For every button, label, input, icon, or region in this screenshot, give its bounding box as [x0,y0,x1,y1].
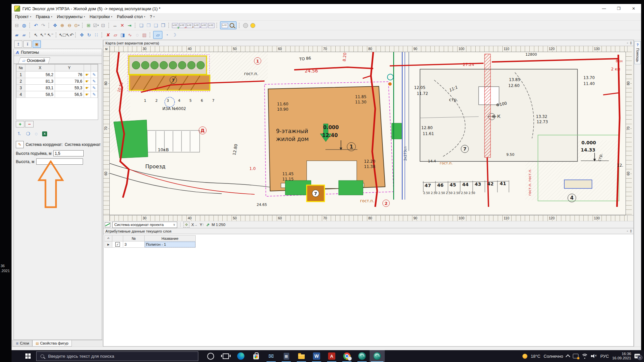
clock[interactable]: 16:36 16.09.2021 [612,352,631,360]
restore-button[interactable]: ❐ [611,4,626,13]
zoom-in-icon[interactable]: ⊕ [59,22,66,29]
edit-nodes-icon[interactable]: ∷ [93,31,100,39]
shape-xor-icon[interactable]: ❒ [159,22,167,29]
print-icon[interactable]: ⊟ [13,22,20,29]
attr-name-cell[interactable]: Полигон - 1 [145,241,196,248]
visible-checkbox[interactable]: ✓ [115,242,120,247]
profile-icon[interactable]: ⇥ [126,22,133,29]
map-dock-icon[interactable]: ▫ [627,41,628,45]
volume-muted-icon[interactable]: ✕ [591,354,597,358]
arc-tool-icon[interactable]: ☽ [170,31,178,39]
add-point-button[interactable]: + [16,121,24,127]
attr-num-cell[interactable]: 3 [123,241,145,248]
add-object-icon[interactable]: ⊞ [85,22,92,29]
label-style-icon[interactable]: ЬXЕ [193,22,200,29]
pick-object-icon[interactable]: ⊡ [99,22,107,29]
attribute-row[interactable]: ▶✓3Полигон - 1 [105,241,196,248]
offset-icon[interactable]: ◨ [119,31,126,39]
weather-sun-icon[interactable] [522,354,527,359]
ecolog-icon[interactable] [354,350,370,362]
tray-app-icon[interactable] [573,354,578,358]
language-indicator[interactable]: РУС [600,354,609,359]
point-y-value[interactable]: 56,5 [55,91,84,98]
edit-point-icon[interactable]: ✎ [91,71,98,78]
chrome-icon[interactable] [339,350,354,362]
export-excel-icon[interactable]: X [42,131,47,136]
edit-coordinate-system-button[interactable]: ✎ [16,141,24,148]
point-y-value[interactable]: 78,6 [55,78,84,85]
rotate-arc-icon[interactable]: ◔ [163,31,170,39]
label-add-icon[interactable]: ЬXЕ [171,22,179,29]
find-object-icon[interactable] [228,22,236,29]
dock-up-button[interactable]: ↥ [14,41,22,48]
edit-point-icon[interactable]: ✎ [91,78,98,85]
confirm-object-icon[interactable]: ☑▾ [92,22,99,29]
attributes-pin-icon[interactable]: ‡ [630,229,632,233]
layers-icon[interactable]: ▰ [20,31,28,39]
renumber-points-icon[interactable]: ⒈ [17,131,21,137]
freehand-icon[interactable]: ∿ [126,31,133,39]
ellipse-tool-icon[interactable]: ◌ [133,31,141,39]
pan-mode-icon[interactable]: ✥ [183,222,189,228]
cut-polygon-icon[interactable]: ▱ [112,31,119,39]
pick-point-icon[interactable]: ☛ [84,91,91,98]
label-all-icon[interactable]: ЬXЕ [200,22,208,29]
edit-point-icon[interactable]: ✎ [91,85,98,91]
select-add-icon[interactable]: ↖⁺ [40,31,47,39]
menu-item-1[interactable]: Правка▾ [34,14,55,20]
pick-point-icon[interactable]: ☛ [84,85,91,91]
menu-item-5[interactable]: ?▾ [148,14,157,20]
weather-desc[interactable]: Солнечно [544,354,563,359]
close-button[interactable]: ✕ [626,4,641,13]
pick-point-icon[interactable]: ☛ [84,78,91,85]
point-y-value[interactable]: 76 [55,71,84,78]
visible-checkbox-cell[interactable]: ✓ [112,241,123,248]
label-none-icon[interactable]: ЬXЕ [208,22,215,29]
delete-shape-icon[interactable]: ✘ [104,31,112,39]
window-resize-strip[interactable] [12,347,641,350]
menu-item-2[interactable]: Инструменты▾ [54,14,87,20]
point-x-value[interactable]: 81,3 [25,78,55,85]
notification-icon[interactable]: 4 [634,354,640,358]
pick-point-icon[interactable]: ☛ [84,71,91,78]
search-input[interactable] [47,353,187,359]
redo-icon[interactable]: ↷ [40,22,47,29]
edit-point-icon[interactable]: ✎ [91,91,98,98]
select-subtract-icon[interactable]: ↖⁻ [47,31,54,39]
task-view-icon[interactable] [218,350,233,362]
zoom-out-icon[interactable]: ⊖ [66,22,73,29]
menu-item-4[interactable]: Рабочий стол▾ [115,14,148,20]
attributes-dock-icon[interactable]: ▫ [627,229,628,233]
point-y-value[interactable]: 59,3 [55,85,84,91]
tab-layers[interactable]: ≣Слои [13,340,32,347]
height-lift-input[interactable] [53,150,84,156]
rotate-shape-icon[interactable]: ↻ [85,31,93,39]
help-tab[interactable]: ? Помощь [634,41,641,64]
hatch-tool-icon[interactable]: ▨ [141,31,148,39]
undo-icon[interactable]: ↶ [32,22,40,29]
layer-light-icon[interactable] [249,22,256,29]
mail-icon[interactable]: ✉ [264,350,279,362]
select-previous-icon[interactable]: ↖↶ [66,31,73,39]
label-visibility-icon[interactable]: ЬXЕ [186,22,193,29]
point-x-value[interactable]: 83,1 [25,85,55,91]
zoom-select-icon[interactable]: ⊙▾ [73,22,80,29]
save-map-icon[interactable]: ◍ [20,22,28,29]
point-x-value[interactable]: 56,2 [25,71,55,78]
move-shape-icon[interactable]: ✥ [78,31,85,39]
map-canvas[interactable]: ИЗА №60021 2 3 4 5 6 79-этажныйжилой дом… [109,52,626,215]
tab-main-contour[interactable]: ▱ Основной [18,57,50,64]
wifi-icon[interactable] [582,354,588,358]
explorer-icon[interactable] [294,350,309,362]
eraser-icon[interactable]: ▰ [13,31,20,39]
tray-expand-icon[interactable] [566,354,570,359]
ecolog-active-icon[interactable] [370,350,385,362]
close-polygon-icon[interactable]: ❍ [26,131,30,136]
menu-item-3[interactable]: Настройки▾ [87,14,115,20]
word-icon[interactable]: W [309,350,324,362]
coordinate-system-select[interactable]: Система координат проекта ∨ [112,222,177,228]
calculator-icon[interactable]: ▦ [279,350,294,362]
dock-pin-button[interactable]: ▣ [33,41,41,48]
shape-union-icon[interactable]: ❏ [138,22,145,29]
select-by-layer-icon[interactable]: ↖□ [59,31,66,39]
